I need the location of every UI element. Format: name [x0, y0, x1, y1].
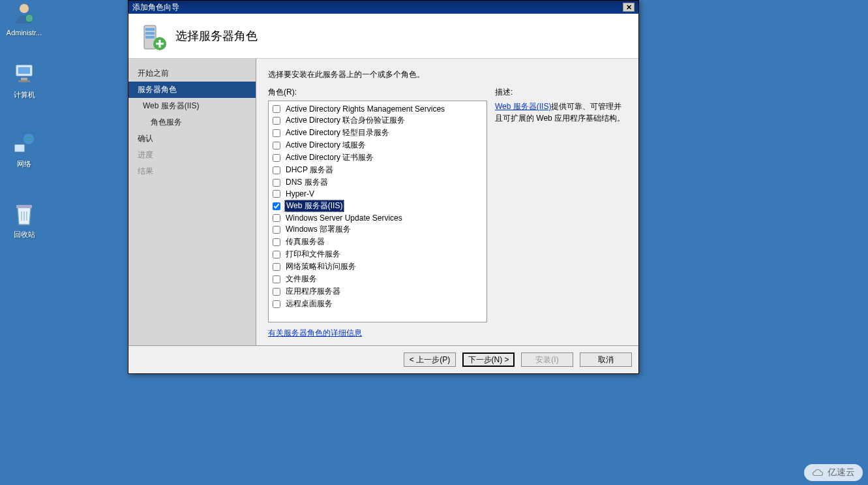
svg-rect-12: [145, 36, 155, 39]
role-item[interactable]: Active Directory 轻型目录服务: [273, 127, 483, 139]
role-label: Active Directory 联合身份验证服务: [284, 115, 406, 126]
role-item[interactable]: Windows 部署服务: [273, 223, 483, 236]
role-label: Windows 部署服务: [284, 224, 352, 235]
role-label: Active Directory Rights Management Servi…: [284, 104, 446, 114]
sidebar-step-0[interactable]: 开始之前: [128, 65, 256, 82]
role-label: DHCP 服务器: [284, 164, 335, 176]
wizard-main-area: 选择要安装在此服务器上的一个或多个角色。 角色(R): Active Direc…: [256, 59, 638, 345]
role-item[interactable]: 应用程序服务器: [273, 285, 483, 298]
role-label: Active Directory 域服务: [284, 140, 367, 151]
role-checkbox[interactable]: [273, 263, 280, 271]
desktop-icon-label: 回收站: [1, 230, 47, 240]
role-item[interactable]: Windows Server Update Services: [273, 213, 483, 223]
role-item[interactable]: Active Directory 证书服务: [273, 151, 483, 164]
role-checkbox[interactable]: [273, 154, 280, 162]
role-item[interactable]: Active Directory 域服务: [273, 139, 483, 151]
titlebar[interactable]: 添加角色向导 ✕: [128, 1, 638, 14]
svg-rect-6: [14, 144, 25, 152]
role-item[interactable]: Hyper-V: [273, 189, 483, 199]
role-checkbox[interactable]: [273, 275, 280, 283]
role-label: 远程桌面服务: [284, 298, 334, 309]
role-checkbox[interactable]: [273, 105, 280, 113]
role-checkbox[interactable]: [273, 190, 280, 198]
role-item[interactable]: 文件服务: [273, 273, 483, 285]
wizard-footer: < 上一步(P) 下一步(N) > 安装(I) 取消: [128, 345, 638, 373]
description-label: 描述:: [495, 87, 627, 98]
sidebar-step-4[interactable]: 确认: [128, 131, 256, 147]
role-label: 文件服务: [284, 274, 318, 285]
cancel-button[interactable]: 取消: [580, 352, 632, 367]
sidebar-step-3[interactable]: 角色服务: [128, 114, 256, 131]
add-roles-wizard-dialog: 添加角色向导 ✕ 选择服务器角色 开始之前服务器角色Web 服务器(IIS)角色…: [128, 0, 639, 374]
role-item[interactable]: 网络策略和访问服务: [273, 260, 483, 273]
desktop-icon-network[interactable]: 网络: [1, 131, 47, 169]
role-checkbox[interactable]: [273, 214, 280, 222]
role-checkbox[interactable]: [273, 202, 280, 210]
role-item[interactable]: DHCP 服务器: [273, 164, 483, 176]
roles-listbox[interactable]: Active Directory Rights Management Servi…: [268, 101, 487, 322]
desktop-icon-label: 网络: [1, 159, 47, 169]
sidebar-step-5: 进度: [128, 147, 256, 163]
role-item[interactable]: Active Directory Rights Management Servi…: [273, 104, 483, 114]
role-item[interactable]: DNS 服务器: [273, 176, 483, 189]
dialog-title: 添加角色向导: [132, 2, 179, 13]
more-info-link[interactable]: 有关服务器角色的详细信息: [268, 328, 362, 339]
role-checkbox[interactable]: [273, 251, 280, 258]
role-label: Active Directory 轻型目录服务: [284, 127, 391, 138]
role-item[interactable]: 打印和文件服务: [273, 248, 483, 260]
role-label: DNS 服务器: [284, 177, 329, 188]
install-button: 安装(I): [521, 352, 573, 367]
watermark-text: 亿速云: [828, 467, 855, 478]
role-checkbox[interactable]: [273, 288, 280, 296]
sidebar-step-2[interactable]: Web 服务器(IIS): [128, 98, 256, 114]
svg-point-1: [25, 14, 33, 22]
role-item[interactable]: Active Directory 联合身份验证服务: [273, 114, 483, 127]
role-checkbox[interactable]: [273, 117, 280, 125]
network-icon: [11, 131, 37, 157]
recycle-bin-icon: [11, 201, 37, 227]
desktop-icon-label: Administr...: [1, 29, 47, 37]
description-text: Web 服务器(IIS)提供可靠、可管理并且可扩展的 Web 应用程序基础结构。: [495, 101, 627, 124]
role-checkbox[interactable]: [273, 166, 280, 174]
role-label: Active Directory 证书服务: [284, 152, 375, 163]
computer-icon: [11, 61, 37, 87]
sidebar-step-1[interactable]: 服务器角色: [128, 82, 256, 98]
role-label: Hyper-V: [284, 189, 316, 198]
role-label: Web 服务器(IIS): [284, 200, 344, 212]
sidebar-step-6: 结果: [128, 163, 256, 180]
role-item[interactable]: 传真服务器: [273, 236, 483, 248]
svg-rect-5: [18, 80, 30, 82]
dialog-header-title: 选择服务器角色: [175, 28, 258, 44]
desktop-icon-admin[interactable]: Administr...: [1, 0, 47, 37]
description-link[interactable]: Web 服务器(IIS): [495, 102, 551, 111]
role-checkbox[interactable]: [273, 129, 280, 137]
role-label: 传真服务器: [284, 236, 326, 247]
role-checkbox[interactable]: [273, 142, 280, 149]
role-checkbox[interactable]: [273, 300, 280, 308]
role-item[interactable]: 远程桌面服务: [273, 298, 483, 310]
wizard-sidebar: 开始之前服务器角色Web 服务器(IIS)角色服务确认进度结果: [128, 59, 256, 345]
role-label: 应用程序服务器: [284, 286, 342, 297]
next-button[interactable]: 下一步(N) >: [462, 352, 515, 367]
roles-list-label: 角色(R):: [268, 87, 487, 98]
role-checkbox[interactable]: [273, 238, 280, 246]
desktop-icon-recycle[interactable]: 回收站: [1, 201, 47, 240]
cloud-icon: [812, 469, 824, 477]
desktop-icon-computer[interactable]: 计算机: [1, 61, 47, 100]
dialog-header: 选择服务器角色: [128, 14, 638, 59]
role-checkbox[interactable]: [273, 179, 280, 187]
role-checkbox[interactable]: [273, 226, 280, 234]
svg-rect-8: [16, 205, 32, 208]
user-admin-icon: [11, 0, 37, 26]
role-label: 网络策略和访问服务: [284, 261, 357, 272]
desktop-icon-label: 计算机: [1, 90, 47, 100]
svg-rect-3: [18, 67, 30, 74]
role-label: Windows Server Update Services: [284, 213, 404, 223]
svg-point-0: [20, 4, 29, 13]
svg-rect-10: [145, 28, 155, 31]
prev-button[interactable]: < 上一步(P): [404, 352, 456, 367]
instruction-text: 选择要安装在此服务器上的一个或多个角色。: [268, 69, 627, 80]
close-button[interactable]: ✕: [623, 3, 635, 12]
role-item[interactable]: Web 服务器(IIS): [273, 199, 483, 213]
svg-rect-4: [21, 78, 27, 80]
